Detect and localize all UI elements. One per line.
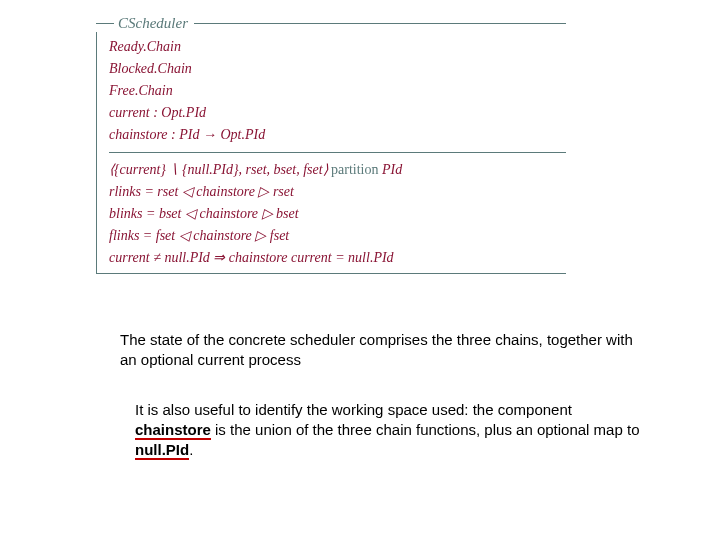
pred-keyword: partition — [331, 162, 378, 177]
schema-title: CScheduler — [118, 15, 188, 32]
schema-decl-line: current : Opt.PId — [109, 102, 566, 124]
schema-pred-line: blinks = bset ◁ chainstore ▷ bset — [109, 203, 566, 225]
schema-pred-line: current ≠ null.PId ⇒ chainstore current … — [109, 247, 566, 269]
schema-header: CScheduler — [96, 14, 566, 32]
caption-text: . — [189, 441, 193, 458]
schema-pred-line: ⟨{current} ∖ {null.PId}, rset, bset, fse… — [109, 159, 566, 181]
schema-rule-left — [96, 23, 114, 24]
pred-text: ⟨{current} ∖ {null.PId}, rset, bset, fse… — [109, 162, 331, 177]
caption-term-chainstore: chainstore — [135, 421, 211, 440]
caption-term-nullpid: null.PId — [135, 441, 189, 460]
caption-paragraph-2: It is also useful to identify the workin… — [135, 400, 645, 460]
schema-decl-line: Ready.Chain — [109, 36, 566, 58]
caption-text: It is also useful to identify the workin… — [135, 401, 572, 418]
caption-text: is the union of the three chain function… — [211, 421, 640, 438]
schema-body: Ready.Chain Blocked.Chain Free.Chain cur… — [96, 32, 566, 273]
schema-pred-line: rlinks = rset ◁ chainstore ▷ rset — [109, 181, 566, 203]
schema-rule-right — [194, 23, 566, 24]
schema-rule-bottom — [96, 273, 566, 274]
z-schema-box: CScheduler Ready.Chain Blocked.Chain Fre… — [96, 14, 566, 274]
schema-divider — [109, 152, 566, 153]
schema-decl-line: Blocked.Chain — [109, 58, 566, 80]
schema-pred-line: flinks = fset ◁ chainstore ▷ fset — [109, 225, 566, 247]
caption-paragraph-1: The state of the concrete scheduler comp… — [120, 330, 640, 370]
schema-decl-line: Free.Chain — [109, 80, 566, 102]
pred-text: PId — [379, 162, 403, 177]
slide-page: CScheduler Ready.Chain Blocked.Chain Fre… — [0, 0, 720, 540]
schema-decl-line: chainstore : PId → Opt.PId — [109, 124, 566, 146]
